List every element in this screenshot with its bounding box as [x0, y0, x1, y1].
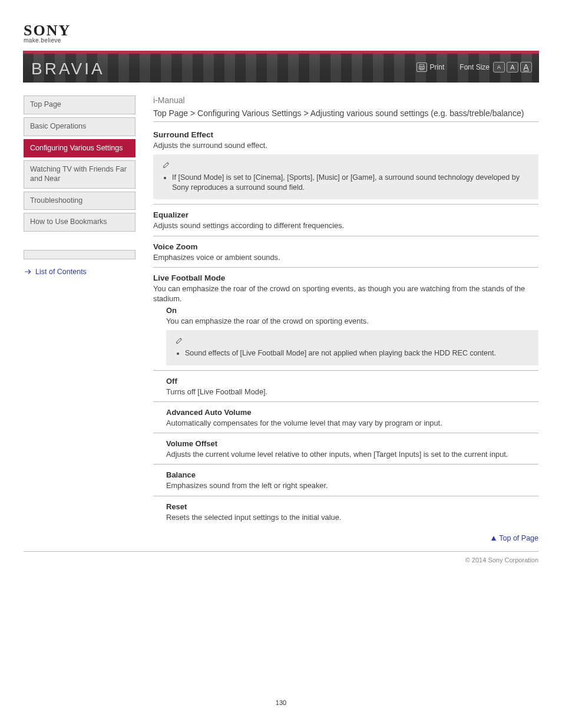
top-of-page-label: Top of Page [499, 534, 538, 542]
svg-marker-3 [491, 536, 496, 541]
sidebar-item-top-page[interactable]: Top Page [24, 95, 135, 114]
model-title: i-Manual [153, 95, 538, 105]
svg-rect-0 [419, 65, 424, 67]
brand-logo: SONY [24, 24, 538, 37]
divider [153, 267, 538, 268]
option-heading: Reset [166, 502, 538, 511]
font-size-label: Font Size [459, 63, 490, 71]
sidebar-item-label: Troubleshooting [30, 196, 82, 205]
footer-divider [24, 551, 538, 552]
triangle-up-icon [491, 535, 497, 541]
divider [153, 401, 538, 402]
subopt-on: On You can emphasize the roar of the cro… [166, 306, 538, 326]
font-size-large[interactable]: A [520, 62, 532, 73]
sidebar-item-label: Basic Operations [30, 122, 86, 130]
option-voice-zoom: Voice Zoom Emphasizes voice or ambient s… [153, 242, 538, 262]
subopt-reset: Reset Resets the selected input settings… [166, 502, 538, 522]
divider [153, 370, 538, 371]
option-description: Emphasizes voice or ambient sounds. [153, 252, 538, 262]
sidebar-item-watching-friends[interactable]: Watching TV with Friends Far and Near [24, 160, 135, 188]
top-of-page-link[interactable]: Top of Page [491, 534, 538, 542]
divider [153, 236, 538, 236]
option-description: You can emphasize the roar of the crowd … [153, 284, 538, 304]
svg-rect-1 [419, 67, 424, 69]
option-heading: Voice Zoom [153, 242, 538, 251]
divider [153, 496, 538, 496]
option-description: Automatically compensates for the volume… [166, 418, 538, 428]
sidebar-item-label: How to Use Bookmarks [30, 218, 107, 226]
subopt-adv-auto-volume: Advanced Auto Volume Automatically compe… [166, 408, 538, 428]
divider [153, 433, 538, 433]
option-heading: Live Football Mode [153, 274, 538, 282]
subopt-balance: Balance Emphasizes sound from the left o… [166, 470, 538, 490]
print-icon [416, 62, 427, 72]
option-description: You can emphasize the roar of the crowd … [166, 316, 538, 326]
sidebar-item-list-contents-box[interactable] [24, 250, 135, 259]
copyright-text: © 2014 Sony Corporation [24, 556, 538, 564]
divider [153, 204, 538, 205]
note-box: If [Sound Mode] is set to [Cinema], [Spo… [153, 154, 538, 200]
option-equalizer: Equalizer Adjusts sound settings accordi… [153, 210, 538, 230]
print-button[interactable]: Print [416, 62, 445, 72]
option-heading: Balance [166, 470, 538, 479]
list-of-contents-label: List of Contents [35, 268, 87, 276]
brand-tagline: make.believe [24, 37, 538, 44]
option-description: Turns off [Live Football Mode]. [166, 387, 538, 397]
sidebar-item-label: Top Page [30, 100, 61, 108]
note-icon [161, 160, 172, 169]
breadcrumb: Top Page > Configuring Various Settings … [153, 108, 538, 122]
font-size-small[interactable]: A [493, 62, 505, 73]
main-content: i-Manual Top Page > Configuring Various … [153, 95, 538, 543]
sidebar-item-label: Watching TV with Friends Far and Near [30, 165, 127, 183]
option-description: Adjusts the surround sound effect. [153, 140, 538, 150]
sidebar-item-label: Configuring Various Settings [30, 144, 123, 152]
option-live-football: Live Football Mode You can emphasize the… [153, 274, 538, 522]
note-box: Sound effects of [Live Football Mode] ar… [166, 330, 538, 365]
option-heading: Equalizer [153, 210, 538, 219]
option-heading: Advanced Auto Volume [166, 408, 538, 417]
sidebar-item-troubleshooting[interactable]: Troubleshooting [24, 192, 135, 210]
option-description: Adjusts the current volume level relativ… [166, 449, 538, 459]
header-banner: BRAVIA Print Font Size A A A [23, 51, 539, 83]
option-heading: On [166, 306, 538, 315]
note-text: If [Sound Mode] is set to [Cinema], [Spo… [172, 173, 530, 193]
option-description: Emphasizes sound from the left or right … [166, 480, 538, 490]
option-heading: Surround Effect [153, 130, 538, 139]
note-text: Sound effects of [Live Football Mode] ar… [185, 348, 530, 358]
sidebar-item-configuring[interactable]: Configuring Various Settings [24, 139, 135, 158]
sidebar-item-how-to-bookmarks[interactable]: How to Use Bookmarks [24, 213, 135, 232]
option-description: Adjusts sound settings according to diff… [153, 220, 538, 230]
arrow-right-icon [24, 268, 32, 276]
list-of-contents-link[interactable]: List of Contents [24, 268, 135, 276]
option-description: Resets the selected input settings to th… [166, 512, 538, 522]
option-heading: Volume Offset [166, 439, 538, 448]
subopt-off: Off Turns off [Live Football Mode]. [166, 377, 538, 397]
sidebar-nav: Top Page Basic Operations Configuring Va… [24, 95, 135, 275]
divider [153, 464, 538, 465]
page-number: 130 [24, 699, 538, 706]
subopt-volume-offset: Volume Offset Adjusts the current volume… [166, 439, 538, 459]
option-surround-effect: Surround Effect Adjusts the surround sou… [153, 130, 538, 199]
sony-logo-block: SONY make.believe [24, 24, 538, 44]
note-icon [174, 336, 185, 344]
sidebar-item-basic-operations[interactable]: Basic Operations [24, 117, 135, 136]
print-label: Print [430, 63, 445, 71]
option-heading: Off [166, 377, 538, 386]
font-size-medium[interactable]: A [507, 62, 518, 73]
